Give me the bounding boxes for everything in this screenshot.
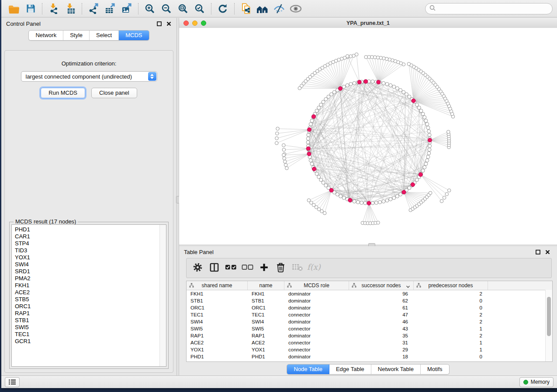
network-node[interactable] xyxy=(392,196,396,199)
mcds-dominator-node[interactable] xyxy=(411,182,415,186)
network-node[interactable] xyxy=(327,95,330,99)
network-node[interactable] xyxy=(356,200,360,204)
scrollbar-thumb[interactable] xyxy=(547,297,551,336)
mcds-result-item[interactable]: STB5 xyxy=(15,296,166,303)
table-row[interactable]: YOX1YOX1connector291 xyxy=(187,346,552,353)
network-node[interactable] xyxy=(426,122,429,126)
mcds-result-item[interactable]: YOX1 xyxy=(15,254,166,261)
mcds-result-list[interactable]: PHD1CAR1STP4TID3YOX1SWI4SRD1PMA2FKH1ACE2… xyxy=(11,224,166,367)
network-node[interactable] xyxy=(276,127,280,131)
network-node[interactable] xyxy=(385,83,389,86)
network-node[interactable] xyxy=(342,85,346,89)
network-node[interactable] xyxy=(389,84,392,87)
network-node[interactable] xyxy=(408,186,411,189)
mcds-dominator-node[interactable] xyxy=(307,152,311,156)
network-node[interactable] xyxy=(315,109,318,113)
network-node[interactable] xyxy=(317,106,321,110)
float-panel-icon[interactable] xyxy=(535,249,541,255)
network-node[interactable] xyxy=(407,62,411,66)
column-header-name[interactable]: name xyxy=(248,281,284,290)
tab-network-table[interactable]: Network Table xyxy=(371,364,421,374)
show-column-button[interactable] xyxy=(206,260,222,276)
delete-columns-button[interactable] xyxy=(272,260,289,276)
network-node[interactable] xyxy=(371,80,374,83)
network-node[interactable] xyxy=(428,144,432,148)
table-row[interactable]: PHD1PHD1dominator180 xyxy=(187,353,552,360)
network-node[interactable] xyxy=(285,166,289,170)
network-node[interactable] xyxy=(428,133,431,137)
network-node[interactable] xyxy=(306,141,310,144)
optimization-criterion-select[interactable]: largest connected component (undirected) xyxy=(21,71,157,82)
mcds-result-item[interactable]: CAR1 xyxy=(15,233,166,240)
save-session-button[interactable] xyxy=(22,2,39,16)
network-node[interactable] xyxy=(323,211,326,215)
mcds-result-item[interactable]: ORC1 xyxy=(15,303,166,310)
close-panel-icon[interactable] xyxy=(166,21,172,27)
network-node[interactable] xyxy=(275,141,278,145)
network-node[interactable] xyxy=(339,195,343,198)
network-node[interactable] xyxy=(307,133,310,137)
network-node[interactable] xyxy=(330,93,333,96)
tab-node-table[interactable]: Node Table xyxy=(287,364,329,374)
network-node[interactable] xyxy=(310,119,314,123)
network-node[interactable] xyxy=(440,199,443,203)
mcds-dominator-node[interactable] xyxy=(338,86,342,90)
mcds-result-item[interactable]: TEC1 xyxy=(15,331,166,338)
network-node[interactable] xyxy=(382,82,385,85)
column-header-shared-name[interactable]: shared name xyxy=(187,281,248,290)
network-node[interactable] xyxy=(324,184,328,187)
network-node[interactable] xyxy=(427,151,431,155)
network-graph[interactable] xyxy=(179,28,557,244)
tab-edge-table[interactable]: Edge Table xyxy=(329,364,371,374)
network-node[interactable] xyxy=(322,100,325,103)
network-node[interactable] xyxy=(419,109,423,113)
table-scrollbar[interactable] xyxy=(545,290,552,361)
import-network-from-file-button[interactable] xyxy=(45,2,62,16)
mcds-dominator-node[interactable] xyxy=(377,80,381,84)
mcds-dominator-node[interactable] xyxy=(306,147,310,151)
table-row[interactable]: STB1STB1dominator620 xyxy=(187,297,552,304)
mcds-result-item[interactable]: TID3 xyxy=(15,247,166,254)
network-node[interactable] xyxy=(382,199,385,203)
network-node[interactable] xyxy=(355,53,358,56)
network-node[interactable] xyxy=(275,137,279,140)
mcds-dominator-node[interactable] xyxy=(311,114,315,118)
maximize-window-icon[interactable] xyxy=(201,21,206,26)
tab-motifs[interactable]: Motifs xyxy=(421,364,449,374)
network-node[interactable] xyxy=(319,178,323,182)
mcds-result-item[interactable]: FKH1 xyxy=(15,282,166,289)
table-options-button[interactable] xyxy=(189,260,206,276)
table-row[interactable]: TEC1TEC1connector472 xyxy=(187,311,552,318)
mcds-result-item[interactable]: RAP1 xyxy=(15,310,166,317)
mcds-dominator-node[interactable] xyxy=(412,99,415,103)
network-node[interactable] xyxy=(424,162,428,165)
network-node[interactable] xyxy=(322,181,325,184)
show-all-button[interactable] xyxy=(287,2,304,16)
minimize-window-icon[interactable] xyxy=(192,21,197,26)
network-node[interactable] xyxy=(353,199,356,203)
close-window-icon[interactable] xyxy=(183,21,189,26)
search-box[interactable] xyxy=(425,3,553,14)
network-node[interactable] xyxy=(283,160,287,164)
network-node[interactable] xyxy=(309,122,312,126)
network-node[interactable] xyxy=(392,85,396,89)
network-node[interactable] xyxy=(399,89,402,92)
network-node[interactable] xyxy=(443,196,446,199)
network-canvas[interactable] xyxy=(179,28,557,244)
mcds-dominator-node[interactable] xyxy=(402,190,406,194)
network-node[interactable] xyxy=(346,55,349,58)
mcds-dominator-node[interactable] xyxy=(312,167,316,171)
column-header-predecessor-nodes[interactable]: predecessor nodes xyxy=(414,281,488,290)
mcds-dominator-node[interactable] xyxy=(329,188,333,192)
zoom-in-button[interactable] xyxy=(142,2,158,16)
network-node[interactable] xyxy=(284,163,287,167)
network-node[interactable] xyxy=(317,175,321,179)
network-node[interactable] xyxy=(298,86,301,90)
network-node[interactable] xyxy=(389,197,392,201)
network-node[interactable] xyxy=(405,93,408,96)
network-node[interactable] xyxy=(399,193,402,196)
network-node[interactable] xyxy=(324,97,328,101)
close-panel-icon[interactable] xyxy=(545,249,550,255)
tab-mcds[interactable]: MCDS xyxy=(119,31,149,40)
show-panels-list-button[interactable] xyxy=(5,377,20,387)
